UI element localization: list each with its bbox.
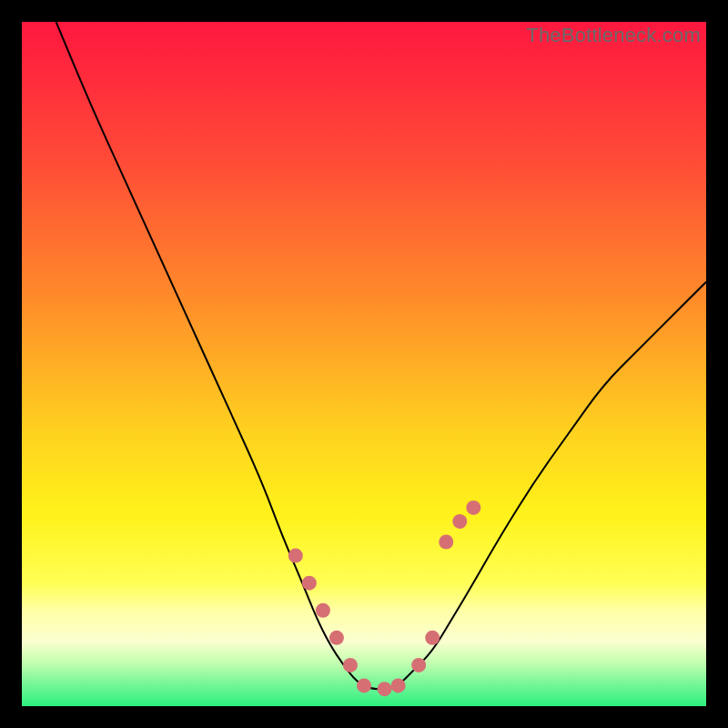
marker-dot [452,514,467,529]
marker-dot [439,535,453,550]
chart-frame: TheBottleneck.com [22,22,706,706]
marker-dot [316,603,330,618]
gradient-background [22,22,706,706]
marker-dot [302,576,317,591]
marker-dot [343,658,358,672]
chart-canvas [22,22,706,706]
marker-dot [357,678,371,693]
marker-dot [411,658,426,672]
marker-dot [425,631,440,645]
marker-dot [288,549,303,563]
marker-dot [466,500,480,515]
watermark-label: TheBottleneck.com [526,24,701,47]
marker-dot [391,678,406,693]
marker-dot [329,631,344,645]
marker-dot [378,682,392,696]
